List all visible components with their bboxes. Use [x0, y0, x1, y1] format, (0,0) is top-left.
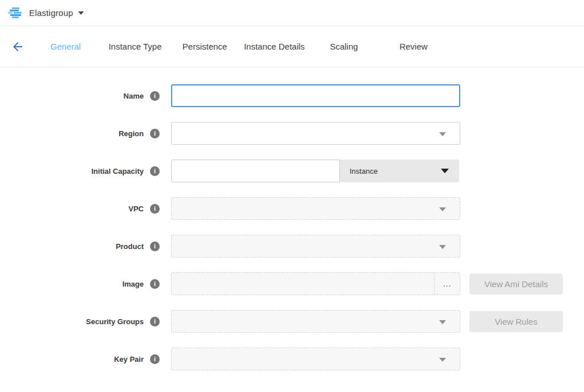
form-row-product: Product — [0, 235, 584, 258]
tab-instance-type[interactable]: Instance Type — [100, 42, 170, 51]
tab-review[interactable]: Review — [379, 42, 448, 51]
info-icon[interactable] — [150, 166, 160, 176]
name-input[interactable] — [171, 84, 460, 107]
app-header: Elastigroup — [0, 0, 584, 26]
product-label: Product — [116, 242, 144, 251]
info-icon[interactable] — [150, 204, 160, 214]
capacity-unit-value: Instance — [350, 167, 378, 175]
product-switcher[interactable]: Elastigroup — [8, 7, 84, 19]
arrow-left-icon — [11, 40, 25, 54]
info-icon[interactable] — [150, 279, 160, 289]
elastigroup-logo-icon — [8, 7, 23, 19]
wizard-tabs: General Instance Type Persistence Instan… — [31, 42, 448, 51]
tab-instance-details[interactable]: Instance Details — [240, 42, 309, 51]
back-button[interactable] — [10, 39, 25, 54]
tab-general[interactable]: General — [31, 42, 100, 51]
chevron-down-icon — [441, 169, 449, 173]
image-field: ... — [171, 272, 460, 295]
info-icon[interactable] — [150, 91, 160, 101]
form-row-name: Name — [0, 84, 584, 107]
initial-capacity-input[interactable] — [171, 160, 340, 182]
chevron-down-icon — [439, 245, 446, 249]
key-pair-select — [171, 348, 460, 370]
form-row-security-groups: Security Groups View Rules — [0, 310, 584, 333]
info-icon[interactable] — [150, 129, 160, 138]
form-row-key-pair: Key Pair — [0, 348, 584, 370]
wizard-tabbar: General Instance Type Persistence Instan… — [0, 26, 584, 67]
app-title: Elastigroup — [29, 8, 73, 18]
view-ami-details-button: View Ami Details — [469, 273, 563, 295]
vpc-select — [171, 197, 460, 220]
region-label: Region — [119, 129, 144, 138]
product-select — [171, 235, 460, 258]
image-label: Image — [122, 280, 144, 288]
tab-persistence[interactable]: Persistence — [170, 42, 240, 51]
security-groups-select — [171, 310, 460, 333]
form-row-vpc: VPC — [0, 197, 584, 220]
security-groups-label: Security Groups — [86, 317, 144, 326]
image-browse-button: ... — [434, 273, 460, 295]
form-row-image: Image ... View Ami Details — [0, 272, 584, 295]
general-settings-form: Name Region Initial Capacity Instance — [0, 67, 584, 370]
chevron-down-icon — [78, 11, 84, 15]
chevron-down-icon — [439, 320, 446, 324]
chevron-down-icon — [439, 207, 446, 211]
chevron-down-icon — [439, 358, 446, 362]
initial-capacity-label: Initial Capacity — [91, 167, 144, 175]
capacity-unit-select[interactable]: Instance — [340, 160, 459, 182]
form-row-initial-capacity: Initial Capacity Instance — [0, 160, 584, 182]
info-icon[interactable] — [150, 354, 160, 364]
tab-scaling[interactable]: Scaling — [309, 42, 379, 51]
info-icon[interactable] — [150, 317, 160, 326]
key-pair-label: Key Pair — [114, 355, 144, 364]
form-row-region: Region — [0, 122, 584, 145]
chevron-down-icon — [439, 132, 446, 136]
region-select[interactable] — [171, 122, 460, 145]
name-label: Name — [124, 92, 144, 100]
info-icon[interactable] — [150, 242, 160, 251]
vpc-label: VPC — [128, 205, 144, 213]
view-rules-button: View Rules — [469, 311, 563, 332]
